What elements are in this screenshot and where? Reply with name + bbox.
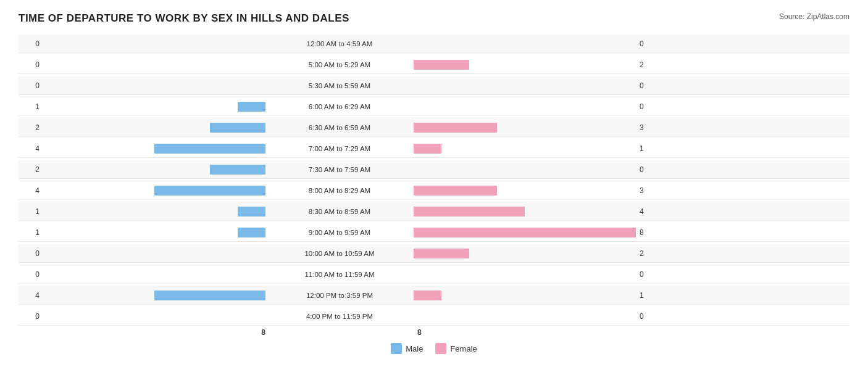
left-axis-label: 8 (43, 328, 265, 337)
female-value: 8 (636, 228, 661, 237)
legend-male: Male (391, 343, 423, 354)
time-label: 8:00 AM to 8:29 AM (265, 187, 414, 194)
chart-container: TIME OF DEPARTURE TO WORK BY SEX IN HILL… (0, 0, 868, 367)
male-value: 0 (19, 312, 43, 321)
male-value: 4 (19, 144, 43, 153)
male-value: 2 (19, 123, 43, 132)
male-bar-area (43, 60, 265, 70)
female-bar-area (414, 207, 636, 216)
female-value: 0 (636, 312, 661, 321)
female-value: 1 (636, 291, 661, 300)
female-value: 4 (636, 207, 661, 216)
chart-row: 0 4:00 PM to 11:59 PM 0 (19, 307, 849, 326)
time-label: 7:00 AM to 7:29 AM (265, 145, 414, 152)
female-value: 3 (636, 123, 661, 132)
chart-row: 0 12:00 AM to 4:59 AM 0 (19, 35, 849, 53)
male-value: 2 (19, 165, 43, 174)
male-bar-area (43, 165, 265, 175)
male-bar (210, 165, 265, 175)
chart-row: 0 11:00 AM to 11:59 AM 0 (19, 265, 849, 284)
female-bar-area (414, 228, 636, 237)
chart-title: TIME OF DEPARTURE TO WORK BY SEX IN HILL… (19, 12, 349, 25)
female-legend-label: Female (450, 344, 477, 353)
female-bar-area (414, 249, 636, 258)
male-bar (154, 144, 265, 154)
male-bar-area (43, 39, 265, 49)
legend-female: Female (435, 343, 477, 354)
female-bar-area (414, 186, 636, 196)
time-label: 12:00 AM to 4:59 AM (265, 40, 414, 47)
female-bar-area (414, 60, 636, 70)
female-bar (414, 123, 497, 133)
time-label: 6:00 AM to 6:29 AM (265, 103, 414, 110)
chart-row: 1 6:00 AM to 6:29 AM 0 (19, 97, 849, 116)
male-bar (238, 207, 265, 216)
chart-header: TIME OF DEPARTURE TO WORK BY SEX IN HILL… (19, 12, 849, 25)
male-bar (154, 291, 265, 300)
time-label: 8:30 AM to 8:59 AM (265, 208, 414, 215)
female-bar (414, 249, 469, 258)
male-value: 4 (19, 291, 43, 300)
chart-row: 2 7:30 AM to 7:59 AM 0 (19, 160, 849, 179)
female-bar-area (414, 144, 636, 154)
male-bar-area (43, 228, 265, 237)
right-axis-label: 8 (414, 328, 636, 337)
male-bar-area (43, 186, 265, 196)
female-bar-area (414, 102, 636, 112)
time-label: 4:00 PM to 11:59 PM (265, 313, 414, 320)
male-bar-area (43, 311, 265, 321)
male-value: 0 (19, 60, 43, 69)
female-bar (414, 144, 441, 154)
chart-row: 0 5:00 AM to 5:29 AM 2 (19, 56, 849, 74)
chart-source: Source: ZipAtlas.com (779, 12, 849, 21)
female-bar (414, 186, 497, 196)
chart-row: 1 8:30 AM to 8:59 AM 4 (19, 202, 849, 221)
male-bar-area (43, 291, 265, 300)
bottom-axis: 8 8 (19, 328, 849, 337)
time-label: 9:00 AM to 9:59 AM (265, 229, 414, 236)
male-bar-area (43, 102, 265, 112)
time-label: 12:00 PM to 3:59 PM (265, 292, 414, 299)
male-bar-area (43, 123, 265, 133)
chart-row: 4 8:00 AM to 8:29 AM 3 (19, 181, 849, 200)
female-bar-area (414, 270, 636, 279)
female-value: 0 (636, 81, 661, 90)
male-value: 1 (19, 228, 43, 237)
chart-row: 2 6:30 AM to 6:59 AM 3 (19, 118, 849, 137)
male-value: 0 (19, 81, 43, 90)
male-legend-label: Male (406, 344, 423, 353)
time-label: 10:00 AM to 10:59 AM (265, 250, 414, 257)
female-value: 3 (636, 186, 661, 195)
male-value: 0 (19, 39, 43, 48)
chart-row: 4 12:00 PM to 3:59 PM 1 (19, 286, 849, 305)
chart-row: 4 7:00 AM to 7:29 AM 1 (19, 139, 849, 158)
time-label: 6:30 AM to 6:59 AM (265, 124, 414, 131)
legend: Male Female (19, 343, 849, 354)
male-bar (238, 102, 265, 112)
time-label: 5:30 AM to 5:59 AM (265, 82, 414, 89)
male-bar-area (43, 270, 265, 279)
female-bar (414, 228, 636, 237)
female-bar (414, 207, 525, 216)
time-label: 7:30 AM to 7:59 AM (265, 166, 414, 173)
female-value: 2 (636, 60, 661, 69)
male-value: 0 (19, 270, 43, 279)
male-bar-area (43, 144, 265, 154)
female-bar (414, 60, 469, 70)
male-bar (210, 123, 265, 133)
female-bar-area (414, 123, 636, 133)
male-value: 1 (19, 207, 43, 216)
female-value: 0 (636, 270, 661, 279)
female-bar-area (414, 39, 636, 49)
male-bar-area (43, 81, 265, 91)
female-bar-area (414, 165, 636, 175)
female-bar (414, 291, 441, 300)
female-value: 0 (636, 165, 661, 174)
chart-row: 0 5:30 AM to 5:59 AM 0 (19, 76, 849, 95)
male-bar-area (43, 249, 265, 258)
chart-row: 0 10:00 AM to 10:59 AM 2 (19, 244, 849, 263)
female-value: 2 (636, 249, 661, 258)
female-bar-area (414, 291, 636, 300)
male-legend-box (391, 343, 402, 354)
female-value: 0 (636, 39, 661, 48)
